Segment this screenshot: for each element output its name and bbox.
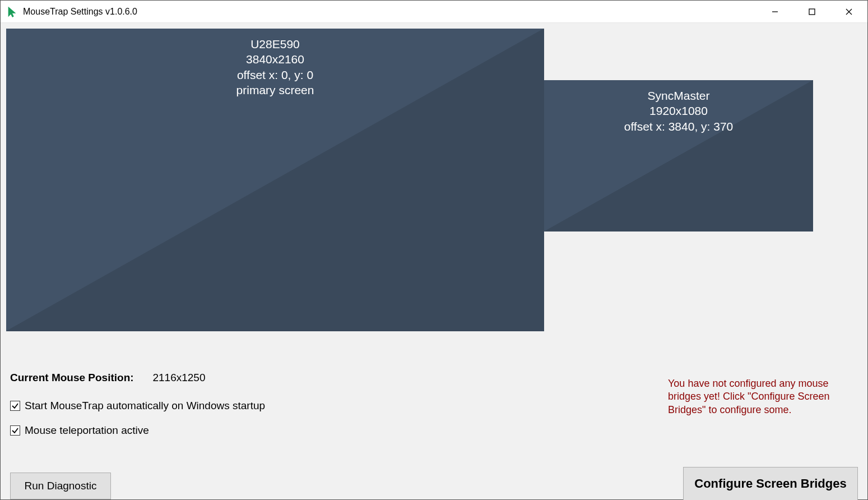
- minimize-button[interactable]: [756, 1, 793, 23]
- close-button[interactable]: [830, 1, 867, 23]
- monitor-offset: offset x: 3840, y: 370: [544, 119, 813, 134]
- bottom-panel: Current Mouse Position: 2116x1250 Start …: [1, 366, 867, 459]
- monitor-note: primary screen: [6, 82, 544, 98]
- titlebar: MouseTrap Settings v1.0.6.0: [1, 1, 867, 23]
- content-area: U28E590 3840x2160 offset x: 0, y: 0 prim…: [1, 23, 867, 499]
- maximize-button[interactable]: [793, 1, 830, 23]
- warning-text: You have not configured any mouse bridge…: [668, 377, 861, 416]
- checkbox-teleport[interactable]: [10, 425, 20, 436]
- window-title: MouseTrap Settings v1.0.6.0: [23, 7, 137, 17]
- svg-line-3: [846, 9, 852, 15]
- svg-line-2: [846, 9, 852, 15]
- monitor-name: U28E590: [6, 36, 544, 52]
- monitor-resolution: 1920x1080: [544, 103, 813, 118]
- mouse-position-label: Current Mouse Position:: [10, 372, 150, 384]
- configure-screen-bridges-button[interactable]: Configure Screen Bridges: [683, 467, 858, 500]
- monitor-offset: offset x: 0, y: 0: [6, 67, 544, 82]
- checkbox-startup-label[interactable]: Start MouseTrap automatically on Windows…: [25, 400, 265, 412]
- monitor-layout-area: U28E590 3840x2160 offset x: 0, y: 0 prim…: [6, 29, 862, 354]
- app-window: MouseTrap Settings v1.0.6.0 U28E590 3840…: [0, 0, 868, 500]
- checkbox-teleport-label[interactable]: Mouse teleportation active: [25, 424, 149, 437]
- checkbox-row-teleport: Mouse teleportation active: [10, 424, 858, 437]
- monitor-name: SyncMaster: [544, 88, 813, 103]
- checkbox-startup[interactable]: [10, 401, 20, 411]
- mouse-position-value: 2116x1250: [152, 372, 205, 383]
- svg-rect-1: [809, 9, 815, 15]
- monitor-primary[interactable]: U28E590 3840x2160 offset x: 0, y: 0 prim…: [6, 29, 544, 331]
- monitor-secondary[interactable]: SyncMaster 1920x1080 offset x: 3840, y: …: [544, 80, 813, 232]
- monitor-resolution: 3840x2160: [6, 52, 544, 67]
- run-diagnostic-button[interactable]: Run Diagnostic: [10, 473, 111, 499]
- window-controls: [756, 1, 867, 23]
- app-icon: [6, 6, 18, 18]
